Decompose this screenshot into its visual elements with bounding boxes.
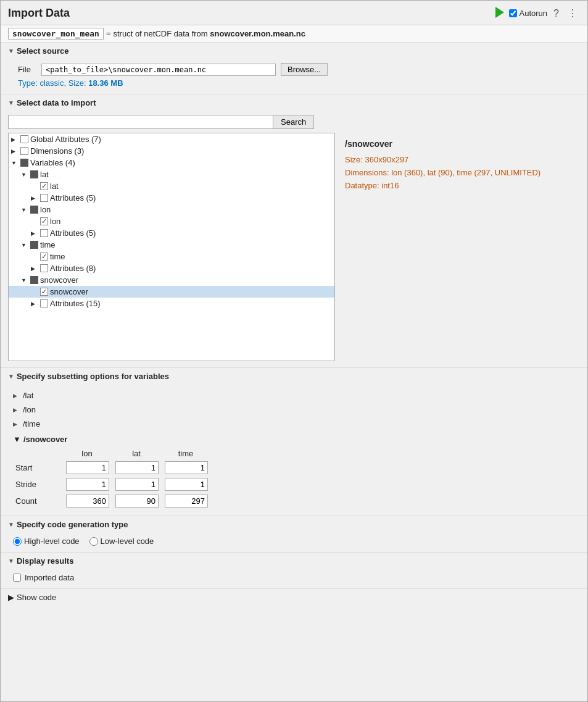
tree-item-time-attrs[interactable]: ▶ Attributes (8): [9, 262, 334, 274]
lat-checkbox[interactable]: [30, 170, 38, 178]
time-attrs-checkbox[interactable]: [40, 264, 48, 272]
display-results-header[interactable]: ▼ Display results: [1, 553, 587, 569]
low-level-radio[interactable]: [89, 537, 98, 546]
select-source-section: ▼ Select source File Browse... Type: cla…: [1, 43, 587, 94]
row-stride: Stride: [13, 476, 210, 493]
snowcover-arrow: ▼: [21, 277, 28, 283]
file-input[interactable]: [41, 64, 276, 76]
lon-attrs-checkbox[interactable]: [40, 229, 48, 237]
snowcover-attrs-checkbox[interactable]: [40, 299, 48, 307]
tree-item-lon-attrs[interactable]: ▶ Attributes (5): [9, 227, 334, 239]
time-checkbox[interactable]: [30, 241, 38, 249]
high-level-label: High-level code: [24, 537, 80, 546]
sub-item-lat[interactable]: ▶ /lat: [13, 388, 580, 403]
sub-item-lon[interactable]: ▶ /lon: [13, 403, 580, 417]
count-label: Count: [13, 493, 62, 509]
count-lat-input[interactable]: [115, 495, 159, 508]
high-level-option[interactable]: High-level code: [13, 537, 80, 546]
search-input[interactable]: [8, 115, 273, 129]
row-count: Count: [13, 493, 210, 509]
tree-item-lat-attrs[interactable]: ▶ Attributes (5): [9, 192, 334, 204]
select-source-header[interactable]: ▼ Select source: [1, 43, 587, 59]
codegen-arrow: ▼: [8, 521, 14, 528]
start-label: Start: [13, 459, 62, 476]
search-button[interactable]: Search: [273, 115, 314, 129]
codegen-header[interactable]: ▼ Specify code generation type: [1, 516, 587, 533]
stride-label: Stride: [13, 476, 62, 493]
tree-item-lat-value[interactable]: lat: [9, 180, 334, 192]
tree-item-variables[interactable]: ▼ Variables (4): [9, 157, 334, 169]
type-size-row: Type: classic, Size: 18.36 MB: [18, 78, 580, 88]
imported-data-option[interactable]: Imported data: [13, 573, 580, 582]
tree-item-lon[interactable]: ▼ lon: [9, 204, 334, 215]
codegen-section: ▼ Specify code generation type High-leve…: [1, 516, 587, 553]
autorun-label[interactable]: Autorun: [509, 9, 548, 18]
tree-item-lon-value[interactable]: lon: [9, 215, 334, 227]
global-attrs-checkbox[interactable]: [20, 135, 28, 143]
sub-item-time[interactable]: ▶ /time: [13, 417, 580, 431]
info-panel: /snowcover Size: 360x90x297 Dimensions: …: [335, 133, 580, 361]
snowcover-checkbox[interactable]: [30, 276, 38, 284]
imported-data-checkbox[interactable]: [13, 574, 21, 582]
select-source-content: File Browse... Type: classic, Size: 18.3…: [1, 59, 587, 94]
stride-lon-cell: [62, 476, 112, 493]
stride-lat-input[interactable]: [115, 478, 159, 491]
low-level-option[interactable]: Low-level code: [89, 537, 154, 546]
start-time-input[interactable]: [165, 461, 208, 474]
time-value-checkbox[interactable]: [40, 253, 48, 261]
sub-lat-label: /lat: [23, 391, 33, 400]
tree-item-time[interactable]: ▼ time: [9, 239, 334, 251]
start-lon-input[interactable]: [66, 461, 109, 474]
tree-item-snowcover[interactable]: ▼ snowcover: [9, 274, 334, 286]
row-start: Start: [13, 459, 210, 476]
tree-item-snowcover-attrs[interactable]: ▶ Attributes (15): [9, 298, 334, 309]
browse-button[interactable]: Browse...: [281, 63, 328, 76]
stride-lon-input[interactable]: [66, 478, 109, 491]
lat-value-checkbox[interactable]: [40, 182, 48, 190]
tree-item-global-attrs[interactable]: ▶ Global Attributes (7): [9, 133, 334, 145]
stride-time-input[interactable]: [165, 478, 208, 491]
run-button[interactable]: [494, 6, 505, 21]
lon-value-checkbox[interactable]: [40, 217, 48, 225]
variables-checkbox[interactable]: [20, 159, 28, 167]
tree-item-lat[interactable]: ▼ lat: [9, 169, 334, 180]
high-level-radio[interactable]: [13, 537, 22, 546]
lat-attrs-checkbox[interactable]: [40, 194, 48, 202]
col-time: time: [161, 448, 210, 459]
subsetting-section: ▼ Specify subsetting options for variabl…: [1, 368, 587, 516]
count-lat-cell: [112, 493, 161, 509]
sub-lat-arrow: ▶: [13, 393, 20, 399]
tree-item-snowcover-value[interactable]: snowcover: [9, 286, 334, 298]
tree-item-time-value[interactable]: time: [9, 251, 334, 262]
info-size: Size: 360x90x297 Dimensions: lon (360), …: [345, 154, 570, 192]
snowcover-value-checkbox[interactable]: [40, 288, 48, 296]
count-lon-input[interactable]: [66, 495, 109, 508]
count-time-input[interactable]: [165, 495, 208, 508]
codegen-content: High-level code Low-level code: [1, 533, 587, 552]
results-content: Imported data: [1, 569, 587, 588]
tree-container[interactable]: ▶ Global Attributes (7) ▶ Dimensions (3): [8, 133, 335, 361]
dimensions-checkbox[interactable]: [20, 147, 28, 155]
tree-item-dimensions[interactable]: ▶ Dimensions (3): [9, 145, 334, 157]
select-data-content: Search ▶ Global Attributes (7) ▶: [1, 111, 587, 367]
snowcover-attrs-label: Attributes (15): [50, 299, 101, 308]
sub-lon-label: /lon: [23, 405, 36, 414]
start-lat-input[interactable]: [115, 461, 159, 474]
more-button[interactable]: ⋮: [565, 6, 580, 20]
var-description: struct of netCDF data from snowcover.mon…: [113, 29, 305, 38]
autorun-checkbox[interactable]: [509, 9, 517, 17]
subsetting-table: lon lat time Start: [13, 448, 210, 509]
imported-data-label: Imported data: [25, 573, 74, 582]
help-button[interactable]: ?: [551, 7, 561, 20]
show-code-row[interactable]: ▶ Show code: [1, 589, 587, 606]
size-value: 18.36 MB: [88, 78, 123, 88]
content-area: ▼ Select source File Browse... Type: cla…: [1, 43, 587, 606]
select-data-header[interactable]: ▼ Select data to import: [1, 94, 587, 111]
lon-value-label: lon: [50, 217, 60, 226]
time-attrs-arrow: ▶: [31, 265, 38, 272]
tree-panel: ▶ Global Attributes (7) ▶ Dimensions (3): [8, 133, 580, 361]
lon-checkbox[interactable]: [30, 206, 38, 214]
global-attrs-label: Global Attributes (7): [30, 135, 101, 144]
snowcover-sub-header[interactable]: ▼ /snowcover: [13, 433, 580, 448]
subsetting-header[interactable]: ▼ Specify subsetting options for variabl…: [1, 368, 587, 385]
